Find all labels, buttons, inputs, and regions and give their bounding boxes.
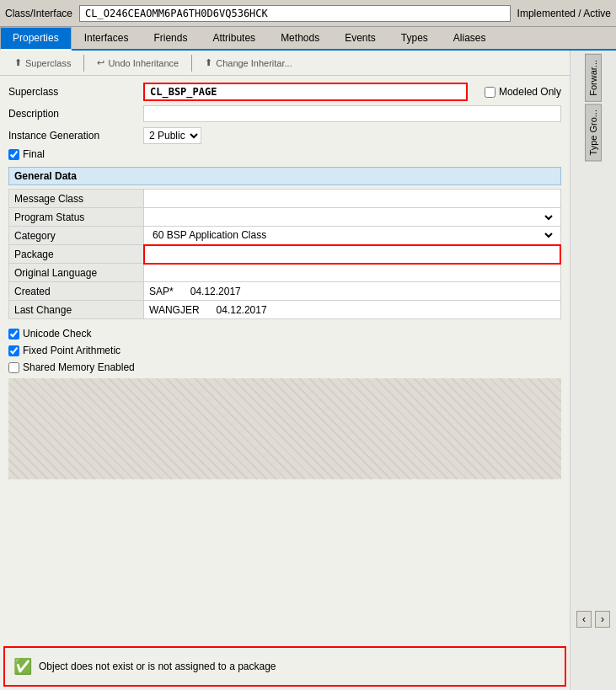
class-id-box: CL_O246CEAOMM6PA6TH0D6VQ536HCK	[79, 5, 511, 22]
instance-gen-row: Instance Generation 2 Public	[8, 126, 561, 145]
superclass-button[interactable]: ⬆ Superclass	[5, 54, 80, 72]
instance-gen-label: Instance Generation	[8, 130, 143, 142]
last-change-row: Last Change WANGJER 04.12.2017	[9, 301, 561, 319]
superclass-icon: ⬆	[14, 57, 22, 68]
tab-bar: Properties Interfaces Friends Attributes…	[0, 27, 616, 51]
tab-friends[interactable]: Friends	[141, 27, 200, 49]
main-panel: ⬆ Superclass ↩ Undo Inheritance ⬆ Change…	[0, 51, 570, 690]
original-language-value	[144, 264, 561, 282]
modeled-only-area: Modeled Only	[485, 86, 561, 98]
fixed-point-checkbox[interactable]	[8, 345, 19, 356]
fixed-point-row: Fixed Point Arithmetic	[8, 345, 561, 356]
package-row: Package	[9, 245, 561, 264]
created-value: SAP* 04.12.2017	[144, 282, 561, 301]
modeled-only-checkbox[interactable]	[485, 87, 495, 98]
final-label: Final	[23, 148, 45, 160]
package-input[interactable]	[150, 249, 555, 260]
right-panel-tab-forward[interactable]: Forwar...	[585, 54, 602, 102]
right-panel: Forwar... Type Gro... ‹ ›	[570, 51, 616, 690]
general-data-table: Message Class Program Status	[8, 189, 561, 319]
right-panel-tab-typegroup[interactable]: Type Gro...	[585, 104, 602, 161]
final-row: Final	[8, 148, 561, 160]
content-area: ⬆ Superclass ↩ Undo Inheritance ⬆ Change…	[0, 51, 616, 690]
program-status-select[interactable]	[149, 211, 555, 224]
created-label: Created	[9, 282, 144, 301]
tab-interfaces[interactable]: Interfaces	[72, 27, 142, 49]
category-value: 60 BSP Application Class	[144, 227, 561, 245]
original-language-row: Original Language	[9, 264, 561, 282]
description-row: Description	[8, 104, 561, 123]
fixed-point-label: Fixed Point Arithmetic	[23, 345, 121, 356]
category-select[interactable]: 60 BSP Application Class	[149, 228, 555, 242]
program-status-value	[144, 208, 561, 227]
hatch-area	[8, 378, 561, 479]
change-icon: ⬆	[205, 57, 212, 68]
nav-right-button[interactable]: ›	[595, 611, 610, 628]
superclass-label: Superclass	[8, 86, 143, 98]
created-row: Created SAP* 04.12.2017	[9, 282, 561, 301]
unicode-check-checkbox[interactable]	[8, 329, 19, 340]
tab-methods[interactable]: Methods	[268, 27, 332, 49]
description-label: Description	[8, 108, 143, 120]
original-language-input[interactable]	[149, 267, 555, 279]
last-change-date: 04.12.2017	[217, 304, 267, 316]
nav-left-button[interactable]: ‹	[576, 611, 592, 628]
unicode-check-label: Unicode Check	[23, 328, 91, 340]
modeled-only-label: Modeled Only	[499, 86, 561, 98]
undo-inheritance-button[interactable]: ↩ Undo Inheritance	[88, 54, 188, 72]
tab-aliases[interactable]: Aliases	[441, 27, 499, 49]
last-change-user: WANGJER	[149, 304, 200, 316]
created-user: SAP*	[149, 286, 174, 297]
section-header-general: General Data	[8, 167, 561, 185]
description-input[interactable]	[143, 105, 561, 122]
instance-gen-value: 2 Public	[143, 127, 561, 144]
message-class-value	[144, 190, 561, 208]
change-btn-label: Change Inheritar...	[216, 58, 292, 68]
message-class-row: Message Class	[9, 190, 561, 208]
form-area: Superclass CL_BSP_PAGE Modeled Only Desc…	[0, 76, 570, 643]
superclass-box[interactable]: CL_BSP_PAGE	[143, 83, 468, 101]
shared-memory-row: Shared Memory Enabled	[8, 361, 561, 373]
tab-types[interactable]: Types	[388, 27, 441, 49]
undo-icon: ↩	[97, 57, 104, 68]
message-class-input[interactable]	[149, 193, 555, 205]
tab-attributes[interactable]: Attributes	[200, 27, 268, 49]
created-date: 04.12.2017	[190, 286, 241, 297]
tab-events[interactable]: Events	[332, 27, 388, 49]
last-change-value: WANGJER 04.12.2017	[144, 301, 561, 319]
package-value	[144, 245, 561, 264]
tab-properties[interactable]: Properties	[0, 27, 72, 51]
description-value	[143, 105, 561, 122]
superclass-btn-label: Superclass	[25, 58, 71, 68]
toolbar-row: ⬆ Superclass ↩ Undo Inheritance ⬆ Change…	[0, 51, 570, 76]
status-icon: ✅	[13, 657, 32, 676]
section-title: General Data	[14, 170, 77, 182]
class-interface-label: Class/Interface	[5, 8, 72, 19]
final-checkbox[interactable]	[8, 149, 19, 160]
package-label: Package	[9, 245, 144, 264]
category-label: Category	[9, 227, 144, 245]
main-window: Class/Interface CL_O246CEAOMM6PA6TH0D6VQ…	[0, 0, 616, 690]
original-language-label: Original Language	[9, 264, 144, 282]
status-label: Implemented / Active	[517, 8, 611, 19]
instance-gen-select[interactable]: 2 Public	[143, 127, 201, 144]
status-bar: ✅ Object does not exist or is not assign…	[3, 646, 566, 687]
undo-btn-label: Undo Inheritance	[108, 58, 179, 68]
toolbar-separator-1	[83, 55, 84, 72]
unicode-check-row: Unicode Check	[8, 328, 561, 340]
status-text: Object does not exist or is not assigned…	[39, 661, 276, 672]
message-class-label: Message Class	[9, 190, 144, 208]
program-status-row: Program Status	[9, 208, 561, 227]
superclass-value: CL_BSP_PAGE	[143, 83, 468, 101]
category-row: Category 60 BSP Application Class	[9, 227, 561, 245]
shared-memory-checkbox[interactable]	[8, 362, 19, 373]
top-bar: Class/Interface CL_O246CEAOMM6PA6TH0D6VQ…	[0, 0, 616, 27]
last-change-label: Last Change	[9, 301, 144, 319]
superclass-row: Superclass CL_BSP_PAGE Modeled Only	[8, 83, 561, 101]
change-inheritance-button[interactable]: ⬆ Change Inheritar...	[196, 54, 302, 72]
program-status-label: Program Status	[9, 208, 144, 227]
toolbar-separator-2	[191, 55, 192, 72]
shared-memory-label: Shared Memory Enabled	[23, 361, 135, 373]
